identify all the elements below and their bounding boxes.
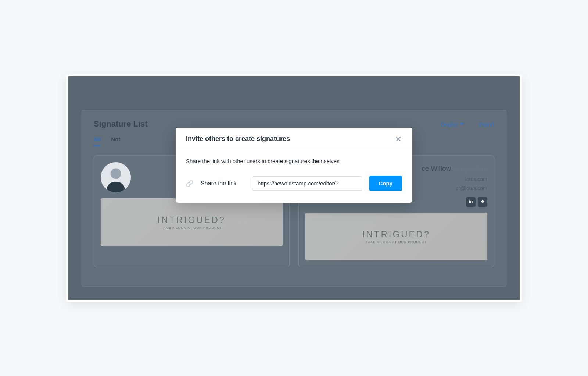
copy-button[interactable]: Copy: [369, 176, 402, 191]
modal-header: Invite others to create signatures: [176, 128, 412, 149]
app-frame: Signature List Deploy Import All Not: [66, 74, 522, 302]
modal-overlay: Invite others to create signatures Share…: [68, 76, 520, 300]
invite-modal: Invite others to create signatures Share…: [176, 128, 412, 203]
modal-body: Share the link with other users to creat…: [176, 149, 412, 203]
modal-title: Invite others to create signatures: [186, 135, 290, 143]
share-label: Share the link: [201, 180, 245, 187]
app-inner: Signature List Deploy Import All Not: [68, 76, 520, 300]
share-row: Share the link Copy: [186, 176, 402, 191]
link-icon: [186, 180, 193, 187]
close-icon: [395, 136, 402, 142]
modal-description: Share the link with other users to creat…: [186, 158, 402, 164]
share-link-input[interactable]: [252, 176, 362, 191]
close-button[interactable]: [395, 135, 402, 143]
